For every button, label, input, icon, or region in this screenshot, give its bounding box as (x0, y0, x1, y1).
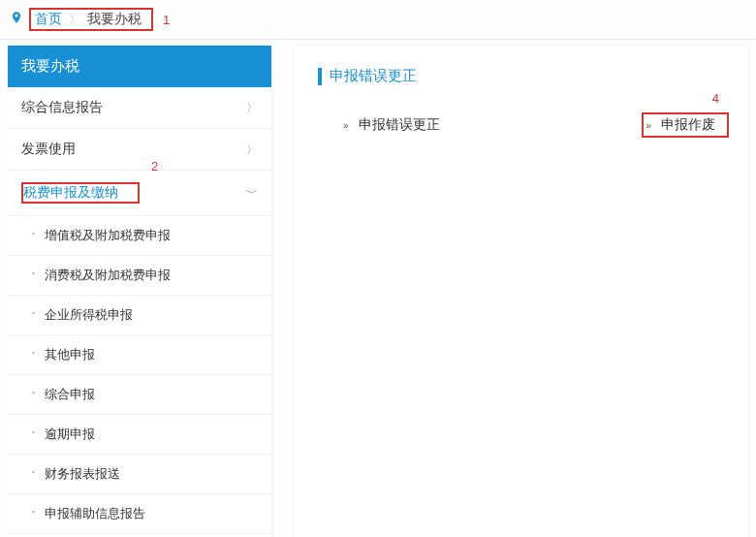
location-pin-icon (10, 10, 23, 29)
chevron-right-icon: 〉 (70, 13, 79, 26)
annotation-4: 4 (712, 91, 719, 106)
sidebar-item-label: 税费申报及缴纳 (21, 182, 140, 204)
link-declaration-void[interactable]: » 申报作废 (642, 112, 729, 138)
submenu: 增值税及附加税费申报 消费税及附加税费申报 企业所得税申报 其他申报 综合申报 … (8, 216, 271, 537)
sidebar: 我要办税 综合信息报告 〉 发票使用 〉 2 税费申报及缴纳 ﹀ 增值税及附加税… (8, 46, 271, 537)
content-panel: 申报错误更正 4 » 申报错误更正 » 申报作废 (295, 46, 748, 537)
sidebar-item-invoice-use[interactable]: 发票使用 〉 (8, 129, 271, 171)
breadcrumb: 首页 〉 我要办税 1 (0, 0, 756, 40)
chevron-down-icon: ﹀ (246, 185, 258, 202)
sub-item-aux-info[interactable]: 申报辅助信息报告 (8, 494, 271, 534)
sub-item-vat[interactable]: 增值税及附加税费申报 (8, 216, 271, 256)
section-title: 申报错误更正 (318, 67, 729, 85)
sub-item-consumption-tax[interactable]: 消费税及附加税费申报 (8, 256, 271, 296)
content-row: 4 » 申报错误更正 » 申报作废 (314, 112, 729, 138)
annotation-1: 1 (163, 13, 170, 27)
sidebar-title: 我要办税 (8, 46, 271, 87)
link-label: 申报错误更正 (359, 116, 440, 134)
sidebar-item-comprehensive-info[interactable]: 综合信息报告 〉 (8, 87, 271, 129)
breadcrumb-current: 我要办税 (87, 11, 142, 28)
breadcrumb-home-link[interactable]: 首页 (35, 11, 62, 28)
chevron-right-icon: 〉 (246, 100, 258, 116)
main-container: 我要办税 综合信息报告 〉 发票使用 〉 2 税费申报及缴纳 ﹀ 增值税及附加税… (0, 40, 756, 537)
sub-item-other[interactable]: 其他申报 (8, 335, 271, 375)
sidebar-item-label: 发票使用 (21, 141, 76, 158)
breadcrumb-box: 首页 〉 我要办税 (29, 8, 153, 31)
sub-item-financial-report[interactable]: 财务报表报送 (8, 455, 271, 494)
title-bar-icon (318, 68, 322, 85)
annotation-2: 2 (151, 159, 158, 174)
bullet-icon: » (343, 120, 349, 131)
sub-item-overdue[interactable]: 逾期申报 (8, 415, 271, 455)
chevron-right-icon: 〉 (246, 142, 258, 158)
bullet-icon: » (646, 120, 651, 131)
section-title-text: 申报错误更正 (330, 67, 417, 85)
sidebar-item-label: 综合信息报告 (21, 99, 103, 116)
link-error-correction[interactable]: » 申报错误更正 (343, 116, 440, 134)
link-label: 申报作废 (661, 116, 715, 134)
sub-item-corporate-tax[interactable]: 企业所得税申报 (8, 296, 271, 335)
sub-item-comprehensive[interactable]: 综合申报 (8, 375, 271, 415)
sidebar-item-tax-declaration[interactable]: 2 税费申报及缴纳 ﹀ (8, 171, 271, 216)
